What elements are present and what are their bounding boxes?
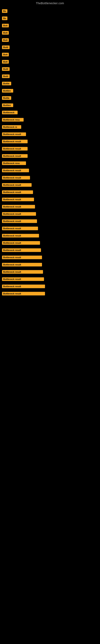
result-badge[interactable]: Bottlen: [2, 104, 13, 107]
list-item: Bottl: [0, 44, 100, 51]
result-badge[interactable]: Bottlen: [2, 89, 13, 92]
list-item: Bottleneck result: [0, 189, 100, 196]
list-item: Bottleneck result: [0, 167, 100, 174]
list-item: Bottleneck result: [0, 174, 100, 181]
result-badge[interactable]: Bott: [2, 53, 9, 56]
result-badge[interactable]: Bottl: [2, 46, 10, 49]
result-badge[interactable]: Bottleneck result: [2, 190, 33, 194]
result-badge[interactable]: Bottleneck re: [2, 125, 21, 129]
result-badge[interactable]: Bottleneck result: [2, 132, 26, 136]
result-badge[interactable]: Bott: [2, 60, 9, 64]
list-item: Bott: [0, 58, 100, 65]
list-item: Bottle: [0, 80, 100, 87]
result-badge[interactable]: Bo: [2, 16, 7, 20]
list-item: Bottleneck result: [0, 276, 100, 282]
list-item: Bottleneck result: [0, 152, 100, 160]
list-item: Bottleneck re: [0, 124, 100, 130]
result-badge[interactable]: Bottleneck result: [2, 140, 28, 143]
list-item: Bottlen: [0, 102, 100, 109]
result-badge[interactable]: Bottle: [2, 96, 11, 100]
result-badge[interactable]: Bottleneck result: [2, 169, 29, 172]
result-badge[interactable]: Bottleneck result: [2, 205, 35, 208]
result-badge[interactable]: Bottleneck result: [2, 241, 40, 245]
list-item: Bo: [0, 15, 100, 22]
result-badge[interactable]: Bottleneck result: [2, 226, 38, 230]
list-item: Bottleneck: [0, 109, 100, 116]
list-item: Bottlen: [0, 87, 100, 94]
result-badge[interactable]: Bottleneck result: [2, 270, 43, 274]
list-item: Bottleneck result: [0, 225, 100, 232]
result-badge[interactable]: Bottleneck result: [2, 256, 42, 259]
result-badge[interactable]: Bott: [2, 31, 9, 34]
list-item: Bottleneck resu: [0, 116, 100, 123]
list-item: Bottleneck result: [0, 261, 100, 268]
list-item: Bottleneck result: [0, 131, 100, 138]
list-item: Bott: [0, 37, 100, 44]
list-item: Bottleneck result: [0, 145, 100, 152]
list-item: Bottleneck result: [0, 218, 100, 224]
result-badge[interactable]: Bottleneck result: [2, 154, 28, 158]
result-badge[interactable]: Bottl: [2, 74, 10, 78]
result-badge[interactable]: Bottl: [2, 67, 10, 71]
list-item: Bottleneck result: [0, 203, 100, 210]
result-badge[interactable]: Bottle: [2, 82, 11, 85]
result-badge[interactable]: Bottleneck result: [2, 198, 34, 201]
list-item: Bottleneck result: [0, 254, 100, 261]
list-item: Bottleneck result: [0, 182, 100, 188]
list-item: Bottleneck result: [0, 240, 100, 246]
items-container: BoBoBottBottBottBottlBottBottBottlBottlB…: [0, 6, 100, 300]
list-item: Bottleneck result: [0, 290, 100, 297]
result-badge[interactable]: Bottleneck result: [2, 292, 45, 296]
result-badge[interactable]: Bottleneck resu: [2, 118, 24, 122]
result-badge[interactable]: Bottleneck result: [2, 277, 44, 281]
list-item: Bottleneck result: [0, 210, 100, 217]
site-title: TheBottlenecker.com: [0, 0, 100, 6]
result-badge[interactable]: Bottleneck result: [2, 212, 36, 216]
result-badge[interactable]: Bottleneck result: [2, 248, 41, 252]
list-item: Bottleneck result: [0, 283, 100, 290]
list-item: Bott: [0, 51, 100, 58]
result-badge[interactable]: Bottleneck result: [2, 263, 42, 266]
result-badge[interactable]: Bottleneck: [2, 111, 18, 114]
result-badge[interactable]: Bottleneck result: [2, 284, 45, 288]
list-item: Bottleneck result: [0, 268, 100, 275]
list-item: Bottle: [0, 94, 100, 102]
result-badge[interactable]: Bottleneck result: [2, 234, 39, 238]
list-item: Bottleneck resu: [0, 160, 100, 167]
result-badge[interactable]: Bo: [2, 9, 7, 13]
list-item: Bottl: [0, 66, 100, 72]
result-badge[interactable]: Bott: [2, 38, 9, 42]
result-badge[interactable]: Bottleneck result: [2, 147, 28, 150]
result-badge[interactable]: Bottleneck result: [2, 219, 37, 223]
list-item: Bo: [0, 8, 100, 14]
result-badge[interactable]: Bott: [2, 24, 9, 27]
result-badge[interactable]: Bottleneck resu: [2, 162, 26, 165]
list-item: Bottleneck result: [0, 196, 100, 203]
list-item: Bott: [0, 22, 100, 29]
list-item: Bottl: [0, 73, 100, 80]
list-item: Bottleneck result: [0, 247, 100, 254]
result-badge[interactable]: Bottleneck result: [2, 183, 32, 187]
list-item: Bott: [0, 30, 100, 36]
result-badge[interactable]: Bottleneck result: [2, 176, 30, 180]
list-item: Bottleneck result: [0, 138, 100, 145]
list-item: Bottleneck result: [0, 232, 100, 239]
